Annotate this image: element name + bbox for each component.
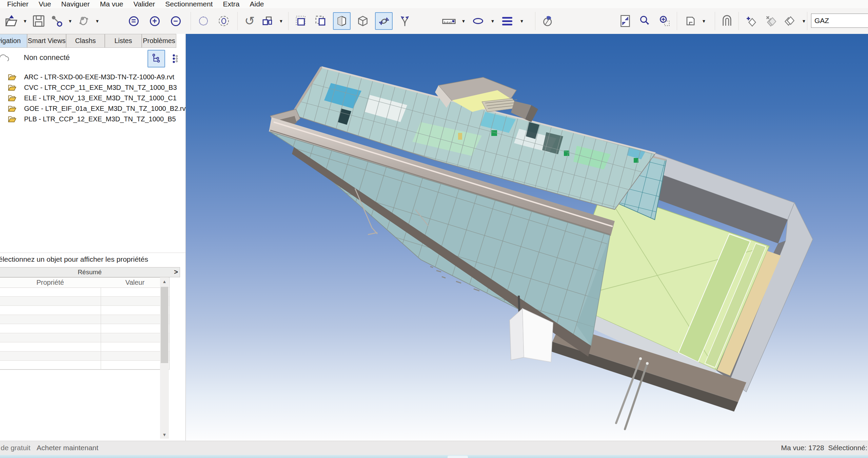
orbit-button[interactable] <box>76 14 91 28</box>
menu-ma-vue[interactable]: Ma vue <box>95 0 129 8</box>
table-row <box>0 324 169 333</box>
fit-page-icon <box>618 14 632 28</box>
buy-now-link[interactable]: Acheter maintenant <box>37 444 98 452</box>
zoom-select-button[interactable] <box>637 14 652 28</box>
clip-box-button[interactable] <box>683 14 698 28</box>
column-valeur[interactable]: Valeur <box>101 278 169 287</box>
reset-rotation-button[interactable]: ↺ <box>242 14 257 28</box>
tree-item-plb[interactable]: PLB - LTR_CCP_12_EXE_M3D_TN_TZ_1000_B5 <box>0 114 185 124</box>
selection-frame-icon <box>295 15 308 27</box>
section-clamp-button[interactable] <box>719 14 734 28</box>
scroll-up-icon[interactable]: ▲ <box>160 277 169 285</box>
menu-vue[interactable]: Vue <box>34 0 56 8</box>
table-row <box>0 297 169 306</box>
selection-frame-dashed-button[interactable] <box>313 14 328 28</box>
copy-viewpoint-dropdown[interactable]: ▼ <box>278 19 284 24</box>
split-box-view-icon <box>335 14 349 28</box>
flat-list-view-button[interactable] <box>167 50 184 67</box>
ellipse-markup-button[interactable] <box>471 14 486 28</box>
model-viewport[interactable] <box>186 34 868 441</box>
selection-frame-button[interactable] <box>294 14 309 28</box>
selection-frame-dashed-icon <box>314 15 327 27</box>
clash-add-icon <box>745 14 758 28</box>
clash-set-dropdown[interactable]: ▼ <box>801 19 807 24</box>
open-file-dropdown[interactable]: ▼ <box>22 19 28 24</box>
orbit-icon <box>77 14 91 28</box>
tree-item-arc[interactable]: ARC - LTR-SXD-00-EXE-M3D-TN-TZ-1000-A9.r… <box>0 72 185 82</box>
tab-problemes[interactable]: Problèmes <box>142 34 176 48</box>
tab-listes[interactable]: Listes <box>105 34 142 48</box>
scroll-down-icon[interactable]: ▼ <box>160 431 169 439</box>
os-taskbar-edge[interactable] <box>0 455 868 458</box>
tab-smart-views[interactable]: Smart Views <box>27 34 66 48</box>
cube-view-button[interactable] <box>355 14 370 28</box>
clash-set-button[interactable] <box>782 14 797 28</box>
menu-sectionnement[interactable]: Sectionnement <box>160 0 218 8</box>
column-propriete[interactable]: Propriété <box>0 278 101 287</box>
ruler-dropdown[interactable]: ▼ <box>460 19 467 24</box>
copy-viewpoint-icon <box>261 15 274 27</box>
rotate-view-button[interactable] <box>375 12 393 30</box>
zoom-extents-icon: = <box>129 16 139 26</box>
scrollbar-thumb[interactable] <box>161 287 168 363</box>
zoom-extents-button[interactable]: = <box>126 14 141 28</box>
tab-clashs[interactable]: Clashs <box>66 34 105 48</box>
tree-item-ele[interactable]: ELE - LTR_NOV_13_EXE_M3D_TN_TZ_1000_C1 <box>0 93 185 103</box>
ellipse-markup-dropdown[interactable]: ▼ <box>490 19 496 24</box>
search-input[interactable] <box>811 14 868 28</box>
folder-icon <box>8 74 17 81</box>
zoom-out-button[interactable]: − <box>168 14 183 28</box>
orbit-dropdown[interactable]: ▼ <box>94 19 100 24</box>
zoom-in-button[interactable]: + <box>147 14 162 28</box>
taskbar-button-top[interactable] <box>448 456 468 458</box>
clash-remove-button[interactable] <box>763 14 778 28</box>
expand-arrow-icon[interactable]: > <box>174 268 178 276</box>
tree-view-button[interactable] <box>147 50 165 67</box>
path-view-button[interactable] <box>397 14 412 28</box>
menu-extra[interactable]: Extra <box>218 0 244 8</box>
split-box-view-button[interactable] <box>333 12 351 30</box>
lines-markup-icon <box>502 17 512 25</box>
table-row <box>0 287 169 297</box>
menu-aide[interactable]: Aide <box>244 0 269 8</box>
main-toolbar: ▼ ▼ ▼ = + − <box>0 8 868 34</box>
open-file-button[interactable] <box>4 14 19 28</box>
connection-status: Non connecté <box>24 53 70 62</box>
properties-group-header[interactable]: Résumé > <box>0 267 180 277</box>
menu-valider[interactable]: Valider <box>129 0 160 8</box>
dots-list-icon <box>170 53 181 64</box>
building-model-3d[interactable] <box>186 34 868 441</box>
tab-navigation[interactable]: avigation <box>0 34 27 48</box>
table-row <box>0 306 169 315</box>
menu-fichier[interactable]: Fichier <box>2 0 34 8</box>
reset-rotation-icon: ↺ <box>244 15 255 27</box>
zoom-out-icon: − <box>171 16 181 26</box>
measure-link-dropdown[interactable]: ▼ <box>67 19 73 24</box>
save-button[interactable] <box>31 14 46 28</box>
fit-page-button[interactable] <box>618 14 633 28</box>
sphere-tool-button[interactable] <box>540 14 555 28</box>
clip-box-dropdown[interactable]: ▼ <box>701 19 707 24</box>
menu-naviguer[interactable]: Naviguer <box>56 0 95 8</box>
table-row <box>0 352 169 361</box>
focus-circle-dashed-button[interactable] <box>216 14 231 28</box>
view-count: Ma vue: 1728 <box>781 444 824 452</box>
focus-circle-button[interactable] <box>196 14 211 28</box>
properties-scrollbar[interactable]: ▲ ▼ <box>160 277 169 439</box>
menu-bar: Fichier Vue Naviguer Ma vue Valider Sect… <box>0 0 868 8</box>
lines-markup-button[interactable] <box>500 14 515 28</box>
tree-item-cvc[interactable]: CVC - LTR_CCP_11_EXE_M3D_TN_TZ_1000_B3 <box>0 82 185 93</box>
zoom-region-button[interactable] <box>657 14 672 28</box>
zoom-select-icon <box>638 14 652 28</box>
measure-link-button[interactable] <box>49 14 64 28</box>
ruler-button[interactable] <box>441 14 456 28</box>
copy-viewpoint-button[interactable] <box>260 14 275 28</box>
clip-box-icon <box>684 14 697 28</box>
table-row <box>0 342 169 352</box>
view-status: Ma vue: 1728 Sélectionné: <box>781 444 867 452</box>
tree-item-goe[interactable]: GOE - LTR_EIF_01a_EXE_M3D_TN_TZ_1000_B2.… <box>0 103 185 114</box>
lines-markup-dropdown[interactable]: ▼ <box>519 19 525 24</box>
clash-add-button[interactable] <box>744 14 759 28</box>
properties-prompt: électionnez un objet pour afficher les p… <box>0 255 148 263</box>
clash-remove-icon <box>764 14 777 28</box>
